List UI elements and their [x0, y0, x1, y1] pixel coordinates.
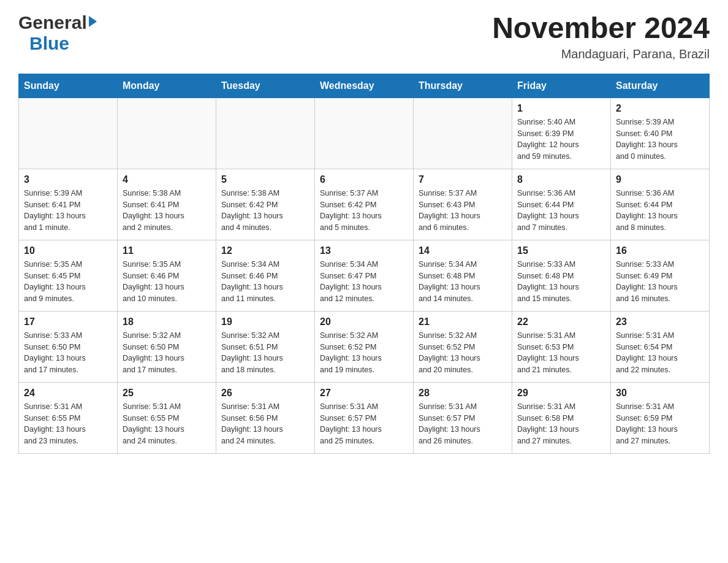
day-number: 27	[320, 388, 408, 399]
day-number: 4	[123, 174, 211, 185]
day-cell: 5Sunrise: 5:38 AMSunset: 6:42 PMDaylight…	[216, 169, 315, 240]
day-number: 25	[123, 388, 211, 399]
day-cell: 30Sunrise: 5:31 AMSunset: 6:59 PMDayligh…	[611, 382, 710, 453]
day-number: 24	[24, 388, 112, 399]
logo: General Blue	[18, 12, 97, 54]
logo-triangle-icon	[89, 16, 97, 27]
day-number: 8	[517, 174, 605, 185]
day-info: Sunrise: 5:40 AMSunset: 6:39 PMDaylight:…	[517, 117, 605, 163]
day-info: Sunrise: 5:33 AMSunset: 6:50 PMDaylight:…	[24, 330, 112, 376]
day-cell	[118, 98, 216, 169]
day-cell: 29Sunrise: 5:31 AMSunset: 6:58 PMDayligh…	[512, 382, 611, 453]
day-info: Sunrise: 5:37 AMSunset: 6:43 PMDaylight:…	[419, 188, 507, 234]
day-info: Sunrise: 5:32 AMSunset: 6:51 PMDaylight:…	[221, 330, 309, 376]
day-number: 29	[517, 388, 605, 399]
day-cell	[19, 98, 118, 169]
week-row-1: 1Sunrise: 5:40 AMSunset: 6:39 PMDaylight…	[19, 98, 710, 169]
day-number: 14	[419, 245, 507, 256]
day-cell: 2Sunrise: 5:39 AMSunset: 6:40 PMDaylight…	[611, 98, 710, 169]
day-cell: 26Sunrise: 5:31 AMSunset: 6:56 PMDayligh…	[216, 382, 315, 453]
day-info: Sunrise: 5:34 AMSunset: 6:46 PMDaylight:…	[221, 259, 309, 305]
day-number: 13	[320, 245, 408, 256]
calendar-header-row: SundayMondayTuesdayWednesdayThursdayFrid…	[19, 74, 710, 98]
day-info: Sunrise: 5:31 AMSunset: 6:55 PMDaylight:…	[123, 401, 211, 447]
day-number: 7	[419, 174, 507, 185]
header-sunday: Sunday	[19, 74, 118, 98]
day-cell: 23Sunrise: 5:31 AMSunset: 6:54 PMDayligh…	[611, 311, 710, 382]
week-row-4: 17Sunrise: 5:33 AMSunset: 6:50 PMDayligh…	[19, 311, 710, 382]
location: Mandaguari, Parana, Brazil	[492, 47, 710, 61]
header-thursday: Thursday	[414, 74, 512, 98]
day-info: Sunrise: 5:33 AMSunset: 6:48 PMDaylight:…	[517, 259, 605, 305]
day-number: 6	[320, 174, 408, 185]
day-number: 1	[517, 103, 605, 114]
day-number: 22	[517, 316, 605, 327]
day-info: Sunrise: 5:31 AMSunset: 6:58 PMDaylight:…	[517, 401, 605, 447]
day-number: 30	[616, 388, 704, 399]
day-number: 19	[221, 316, 309, 327]
day-info: Sunrise: 5:34 AMSunset: 6:47 PMDaylight:…	[320, 259, 408, 305]
day-info: Sunrise: 5:31 AMSunset: 6:54 PMDaylight:…	[616, 330, 704, 376]
day-cell	[216, 98, 315, 169]
day-number: 17	[24, 316, 112, 327]
day-number: 10	[24, 245, 112, 256]
header-saturday: Saturday	[611, 74, 710, 98]
day-cell: 16Sunrise: 5:33 AMSunset: 6:49 PMDayligh…	[611, 240, 710, 311]
day-info: Sunrise: 5:32 AMSunset: 6:52 PMDaylight:…	[419, 330, 507, 376]
day-info: Sunrise: 5:39 AMSunset: 6:41 PMDaylight:…	[24, 188, 112, 234]
day-number: 26	[221, 388, 309, 399]
day-info: Sunrise: 5:38 AMSunset: 6:41 PMDaylight:…	[123, 188, 211, 234]
logo-general-text: General	[18, 12, 87, 33]
day-number: 3	[24, 174, 112, 185]
day-info: Sunrise: 5:32 AMSunset: 6:50 PMDaylight:…	[123, 330, 211, 376]
day-number: 15	[517, 245, 605, 256]
day-cell: 9Sunrise: 5:36 AMSunset: 6:44 PMDaylight…	[611, 169, 710, 240]
title-area: November 2024 Mandaguari, Parana, Brazil	[492, 12, 710, 61]
day-cell: 11Sunrise: 5:35 AMSunset: 6:46 PMDayligh…	[118, 240, 216, 311]
day-cell: 10Sunrise: 5:35 AMSunset: 6:45 PMDayligh…	[19, 240, 118, 311]
day-cell: 13Sunrise: 5:34 AMSunset: 6:47 PMDayligh…	[315, 240, 414, 311]
header-friday: Friday	[512, 74, 611, 98]
day-cell: 1Sunrise: 5:40 AMSunset: 6:39 PMDaylight…	[512, 98, 611, 169]
day-number: 9	[616, 174, 704, 185]
day-number: 12	[221, 245, 309, 256]
week-row-2: 3Sunrise: 5:39 AMSunset: 6:41 PMDaylight…	[19, 169, 710, 240]
day-cell	[315, 98, 414, 169]
day-info: Sunrise: 5:39 AMSunset: 6:40 PMDaylight:…	[616, 117, 704, 163]
day-number: 21	[419, 316, 507, 327]
day-info: Sunrise: 5:32 AMSunset: 6:52 PMDaylight:…	[320, 330, 408, 376]
week-row-3: 10Sunrise: 5:35 AMSunset: 6:45 PMDayligh…	[19, 240, 710, 311]
logo-blue-text: Blue	[29, 33, 69, 53]
day-cell: 8Sunrise: 5:36 AMSunset: 6:44 PMDaylight…	[512, 169, 611, 240]
day-cell	[414, 98, 512, 169]
calendar-table: SundayMondayTuesdayWednesdayThursdayFrid…	[18, 74, 710, 454]
day-number: 20	[320, 316, 408, 327]
day-info: Sunrise: 5:31 AMSunset: 6:57 PMDaylight:…	[320, 401, 408, 447]
day-cell: 3Sunrise: 5:39 AMSunset: 6:41 PMDaylight…	[19, 169, 118, 240]
day-number: 5	[221, 174, 309, 185]
day-info: Sunrise: 5:31 AMSunset: 6:59 PMDaylight:…	[616, 401, 704, 447]
day-cell: 12Sunrise: 5:34 AMSunset: 6:46 PMDayligh…	[216, 240, 315, 311]
week-row-5: 24Sunrise: 5:31 AMSunset: 6:55 PMDayligh…	[19, 382, 710, 453]
day-info: Sunrise: 5:31 AMSunset: 6:53 PMDaylight:…	[517, 330, 605, 376]
month-title: November 2024	[492, 12, 710, 45]
day-number: 18	[123, 316, 211, 327]
day-cell: 20Sunrise: 5:32 AMSunset: 6:52 PMDayligh…	[315, 311, 414, 382]
day-info: Sunrise: 5:35 AMSunset: 6:45 PMDaylight:…	[24, 259, 112, 305]
day-info: Sunrise: 5:31 AMSunset: 6:55 PMDaylight:…	[24, 401, 112, 447]
day-cell: 17Sunrise: 5:33 AMSunset: 6:50 PMDayligh…	[19, 311, 118, 382]
day-info: Sunrise: 5:38 AMSunset: 6:42 PMDaylight:…	[221, 188, 309, 234]
day-cell: 4Sunrise: 5:38 AMSunset: 6:41 PMDaylight…	[118, 169, 216, 240]
day-number: 11	[123, 245, 211, 256]
day-info: Sunrise: 5:31 AMSunset: 6:57 PMDaylight:…	[419, 401, 507, 447]
header-monday: Monday	[118, 74, 216, 98]
day-info: Sunrise: 5:37 AMSunset: 6:42 PMDaylight:…	[320, 188, 408, 234]
day-info: Sunrise: 5:31 AMSunset: 6:56 PMDaylight:…	[221, 401, 309, 447]
day-number: 23	[616, 316, 704, 327]
day-cell: 7Sunrise: 5:37 AMSunset: 6:43 PMDaylight…	[414, 169, 512, 240]
day-cell: 15Sunrise: 5:33 AMSunset: 6:48 PMDayligh…	[512, 240, 611, 311]
day-info: Sunrise: 5:33 AMSunset: 6:49 PMDaylight:…	[616, 259, 704, 305]
day-cell: 27Sunrise: 5:31 AMSunset: 6:57 PMDayligh…	[315, 382, 414, 453]
day-cell: 19Sunrise: 5:32 AMSunset: 6:51 PMDayligh…	[216, 311, 315, 382]
day-cell: 25Sunrise: 5:31 AMSunset: 6:55 PMDayligh…	[118, 382, 216, 453]
